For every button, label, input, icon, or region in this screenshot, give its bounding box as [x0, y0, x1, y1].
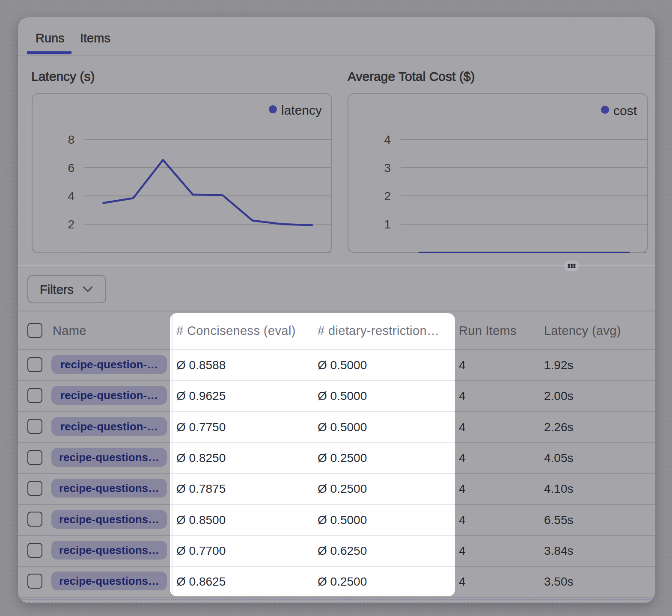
svg-text:1: 1 [384, 218, 391, 231]
svg-text:3: 3 [384, 161, 391, 175]
svg-text:2: 2 [384, 190, 391, 203]
svg-text:2: 2 [68, 218, 74, 231]
svg-text:4: 4 [384, 133, 391, 146]
svg-text:4: 4 [68, 190, 74, 203]
svg-text:6: 6 [68, 161, 74, 175]
svg-text:8: 8 [68, 133, 74, 146]
